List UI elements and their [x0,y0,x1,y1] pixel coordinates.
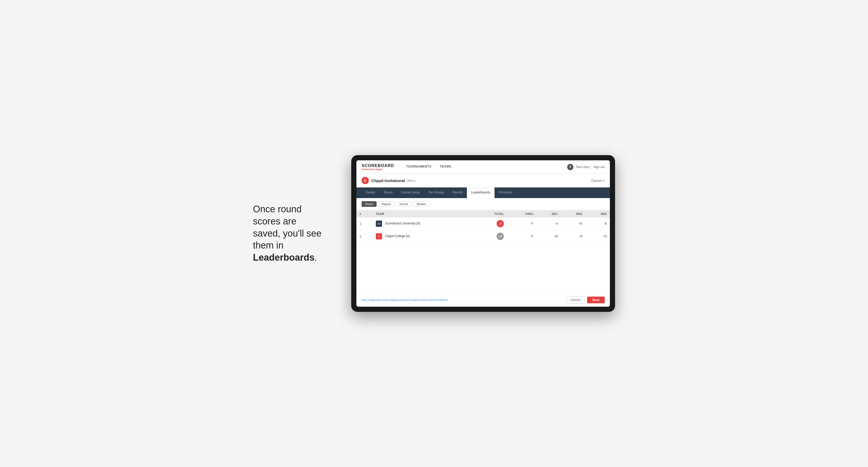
tablet-screen: SCOREBOARD Powered by clippd TOURNAMENTS… [356,160,610,307]
tab-course-setup[interactable]: Course Setup [397,187,424,198]
footer-url: https://stage-blue-coach.stagesscoreboar… [362,299,448,302]
row2-rd1: +8 [536,230,561,243]
user-name: Test User | [576,165,591,169]
tab-printables[interactable]: Printables [495,187,517,198]
top-navigation: SCOREBOARD Powered by clippd TOURNAMENTS… [356,160,610,174]
logo-title: SCOREBOARD [362,163,394,168]
tablet-device: SCOREBOARD Powered by clippd TOURNAMENTS… [351,155,615,312]
logo-area: SCOREBOARD Powered by clippd [362,163,394,171]
nav-tournaments[interactable]: TOURNAMENTS [402,160,436,174]
row1-thru: F [507,217,536,230]
row1-rd3: -6 [585,217,610,230]
row1-team-name: Scoreboard University [A] [385,222,420,225]
filter-strokes[interactable]: Strokes [413,201,429,207]
row2-rd2: -8 [561,230,585,243]
filter-teams[interactable]: Teams [362,201,377,207]
table-header: # TEAM TOTAL THRU RD1 RD2 RD3 [356,210,610,217]
row1-total-badge: -5 [497,220,504,227]
save-button[interactable]: Save [587,297,605,303]
table-row: 2 C Clippd College [A] +3 F +8 [356,230,610,243]
user-avatar: S [567,164,574,170]
tab-details[interactable]: Details [362,187,379,198]
row2-rd3: +3 [585,230,610,243]
nav-links: TOURNAMENTS TEAMS [402,160,456,174]
col-rd2: RD2 [561,210,585,217]
sidebar-line2: scores are [253,216,297,226]
sidebar-description: Once round scores are saved, you'll see … [253,203,336,264]
tournament-icon: C [362,177,369,184]
cancel-button[interactable]: Cancel [566,296,585,304]
row2-rank: 2 [360,235,361,239]
row1-rank: 1 [360,222,361,226]
content-area: Teams Players Scores Strokes # TEAM TOTA… [356,198,610,307]
col-team: TEAM [373,210,475,217]
row2-team-logo: C [376,233,382,240]
row2-total-badge: +3 [497,233,504,240]
sign-out-link[interactable]: Sign out [593,165,605,169]
row2-team-name: Clippd College [A] [385,234,410,238]
tab-navigation: Details Teams Course Setup Tee Groups Re… [356,187,610,198]
tournament-name: Clippd Invitational [371,179,405,183]
tab-leaderboards[interactable]: Leaderboards [467,187,494,198]
sidebar-line1: Once round [253,204,302,214]
tab-teams[interactable]: Teams [379,187,397,198]
tournament-gender: (Men) [407,179,415,183]
col-rd3: RD3 [585,210,610,217]
nav-right: S Test User | Sign out [567,164,605,170]
col-thru: THRU [507,210,536,217]
sidebar-line4: them in [253,240,283,251]
filter-players[interactable]: Players [378,201,395,207]
page-footer: https://stage-blue-coach.stagesscoreboar… [356,293,610,307]
tab-results[interactable]: Results [448,187,467,198]
sidebar-line3: saved, you'll see [253,228,321,239]
sidebar-period: . [314,252,317,263]
col-rank: # [356,210,373,217]
filter-bar: Teams Players Scores Strokes [356,198,610,210]
filter-scores[interactable]: Scores [396,201,411,207]
table-body: 1 SU Scoreboard University [A] -5 F -4 [356,217,610,243]
cancel-top-button[interactable]: Cancel × [591,179,605,183]
row1-rd1: -4 [536,217,561,230]
sidebar-bold: Leaderboards [253,252,314,263]
row2-thru: F [507,230,536,243]
row1-rd2: +5 [561,217,585,230]
table-row: 1 SU Scoreboard University [A] -5 F -4 [356,217,610,230]
col-rd1: RD1 [536,210,561,217]
tournament-header: C Clippd Invitational (Men) Cancel × [356,174,610,187]
leaderboard-table: # TEAM TOTAL THRU RD1 RD2 RD3 1 [356,210,610,243]
leaderboard-table-container: # TEAM TOTAL THRU RD1 RD2 RD3 1 [356,210,610,293]
nav-teams[interactable]: TEAMS [436,160,456,174]
tab-tee-groups[interactable]: Tee Groups [424,187,448,198]
logo-subtitle: Powered by clippd [362,168,394,171]
row1-team-logo: SU [376,221,382,227]
col-total: TOTAL [475,210,507,217]
